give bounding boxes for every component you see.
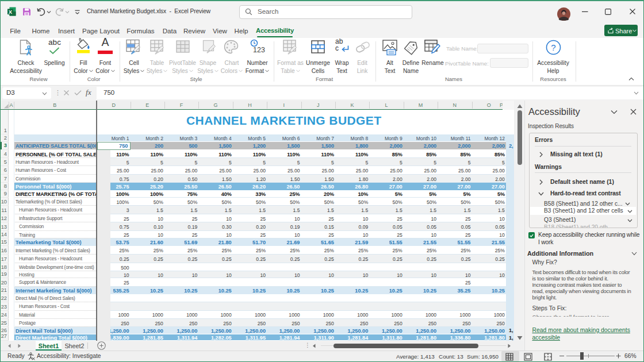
svg-text:123: 123 [253,46,265,54]
svg-text:X: X [9,9,13,15]
svg-text:?: ? [551,43,555,52]
